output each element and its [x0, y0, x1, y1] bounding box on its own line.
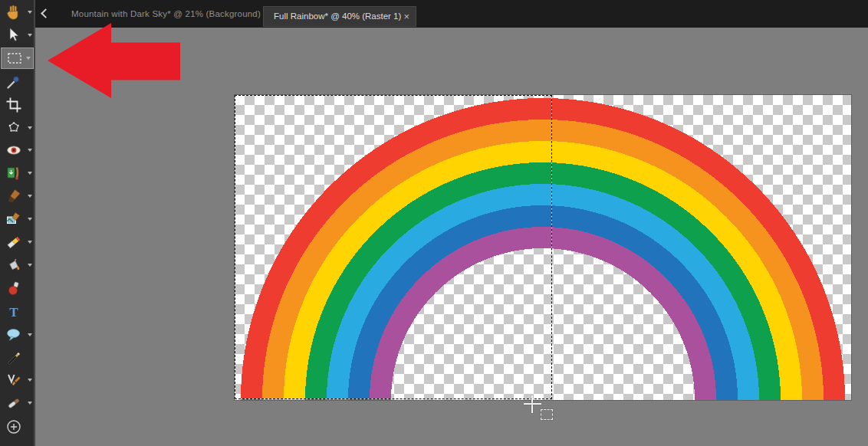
chevron-down-icon[interactable] — [28, 172, 32, 175]
eyedropper-icon — [5, 73, 23, 91]
picture-tube-tool[interactable] — [0, 278, 35, 300]
picture-tube-icon — [5, 280, 23, 298]
tab-label: Full Rainbow* @ 40% (Raster 1) — [274, 11, 401, 21]
speech-bubble-icon — [5, 326, 23, 344]
photo-editor-window: { "tabbar": { "tabs": [ { "label": "Moun… — [0, 0, 868, 446]
art-media-tool[interactable] — [0, 392, 35, 414]
makeover-tool[interactable] — [0, 162, 35, 184]
eraser-icon — [5, 233, 23, 251]
polygon-selection-icon — [5, 119, 23, 137]
svg-text:T: T — [9, 305, 18, 320]
eraser-tool[interactable] — [0, 231, 35, 253]
chevron-down-icon[interactable] — [28, 379, 32, 382]
makeover-icon — [5, 164, 23, 182]
selection-tool[interactable] — [1, 48, 34, 69]
paint-brush-tool[interactable] — [0, 185, 35, 207]
marquee-selection-icon — [5, 49, 24, 67]
clone-tool[interactable] — [0, 208, 35, 230]
document-canvas[interactable] — [235, 95, 851, 400]
red-eye-icon — [5, 141, 23, 159]
chevron-down-icon[interactable] — [28, 149, 32, 152]
pan-tool[interactable] — [0, 2, 35, 23]
chevron-down-icon[interactable] — [26, 57, 31, 60]
chevron-down-icon[interactable] — [28, 34, 32, 37]
chevron-down-icon[interactable] — [28, 241, 32, 244]
chevron-down-icon[interactable] — [28, 11, 32, 14]
crop-icon — [5, 96, 23, 114]
scroll-tabs-left-button[interactable] — [41, 8, 51, 18]
pen-tool[interactable] — [0, 346, 35, 368]
chevron-down-icon[interactable] — [28, 195, 32, 198]
rainbow-image — [235, 95, 851, 400]
paint-bucket-icon — [5, 256, 23, 274]
chevron-down-icon[interactable] — [28, 126, 32, 130]
document-tab-bar: Mountain with Dark Sky* @ 21% (Backgroun… — [35, 0, 868, 28]
arrow-cursor-icon — [5, 26, 23, 44]
chevron-down-icon[interactable] — [28, 402, 32, 405]
hand-icon — [5, 3, 23, 21]
crop-tool[interactable] — [0, 94, 35, 116]
preset-shape-tool[interactable] — [0, 324, 35, 346]
close-tab-icon[interactable]: × — [403, 7, 409, 26]
text-tool[interactable]: T — [0, 301, 35, 323]
pick-tool[interactable] — [0, 25, 35, 46]
chevron-down-icon[interactable] — [28, 218, 32, 221]
tab-full-rainbow[interactable]: Full Rainbow* @ 40% (Raster 1) × — [263, 6, 416, 27]
chevron-down-icon[interactable] — [28, 333, 32, 336]
pen-icon — [5, 348, 23, 366]
workspace-background — [35, 28, 868, 446]
tools-toolbar: T — [0, 0, 35, 446]
warp-brush-tool[interactable] — [0, 369, 35, 391]
red-eye-tool[interactable] — [0, 139, 35, 161]
add-tools-button[interactable] — [0, 416, 35, 438]
freehand-selection-tool[interactable] — [0, 117, 35, 139]
dropper-tool[interactable] — [0, 71, 35, 93]
flood-fill-tool[interactable] — [0, 254, 35, 276]
warp-brush-icon — [5, 371, 23, 389]
clone-icon — [5, 210, 23, 228]
tab-mountain-with-dark-sky[interactable]: Mountain with Dark Sky* @ 21% (Backgroun… — [71, 0, 261, 28]
plus-circle-icon — [5, 418, 23, 436]
art-media-icon — [5, 394, 23, 412]
text-icon: T — [5, 303, 23, 321]
chevron-down-icon[interactable] — [28, 264, 32, 267]
paint-brush-icon — [5, 187, 23, 205]
